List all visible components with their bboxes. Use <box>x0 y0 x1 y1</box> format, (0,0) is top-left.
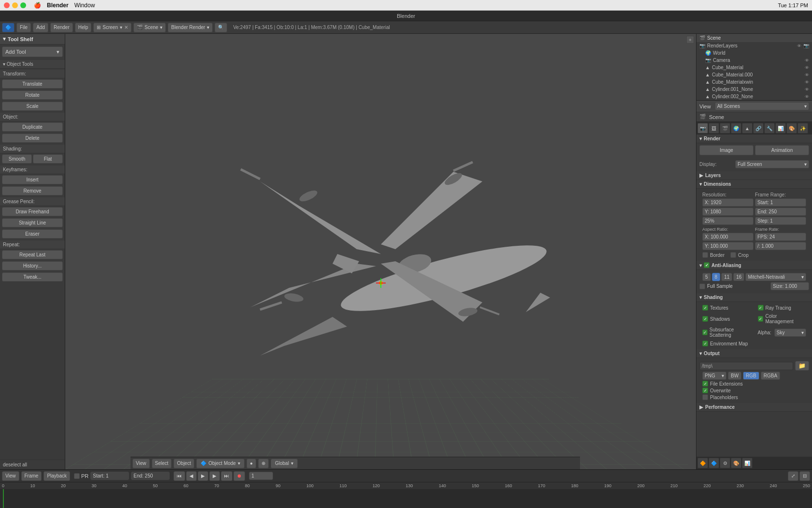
draw-freehand-btn[interactable]: Draw Freehand <box>2 207 63 216</box>
rgb-btn[interactable]: RGB <box>743 372 759 380</box>
flat-btn[interactable]: Flat <box>33 154 63 164</box>
duplicate-btn[interactable]: Duplicate <box>2 122 63 132</box>
history-btn[interactable]: History... <box>2 261 63 270</box>
blender-logo-btn[interactable]: 🔷 <box>2 23 14 32</box>
object-mode-dropdown[interactable]: 🔷 Object Mode ▾ <box>196 459 245 468</box>
alpha-dropdown[interactable]: Sky ▾ <box>774 329 806 337</box>
select-menu-btn[interactable]: Select <box>152 459 172 468</box>
close-layout-icon[interactable]: ✕ <box>124 25 128 30</box>
eye-icon5[interactable]: 👁 <box>805 80 809 85</box>
aa-8-btn[interactable]: 8 <box>712 273 721 281</box>
record-btn[interactable]: ⏺ <box>233 471 245 481</box>
current-frame-field[interactable]: 1 <box>249 472 273 480</box>
bottom-icon-1[interactable]: 🔶 <box>697 458 708 468</box>
straight-line-btn[interactable]: Straight Line <box>2 218 63 227</box>
outliner-cylinder2[interactable]: ▲ Cylinder.002_None 👁 <box>702 93 812 100</box>
percent-field[interactable]: 25% <box>702 217 754 225</box>
playback-btn[interactable]: Playback <box>44 471 70 481</box>
output-section-title[interactable]: ▾ Output <box>696 349 812 358</box>
aa-5-btn[interactable]: 5 <box>702 273 711 281</box>
start-frame-field2[interactable]: Start: 1 <box>90 472 129 480</box>
particle-props-icon[interactable]: ✨ <box>798 123 808 134</box>
bw-btn[interactable]: BW <box>728 372 741 380</box>
overwrite-checkbox[interactable]: ✓ <box>702 388 708 393</box>
res-y-field[interactable]: Y: 1080 <box>702 208 754 216</box>
bottom-icon-2[interactable]: 🔷 <box>709 458 719 468</box>
dimensions-section-title[interactable]: ▾ Dimensions <box>696 180 812 189</box>
eye-icon[interactable]: 👁 <box>797 44 801 48</box>
view-timeline-btn[interactable]: View <box>2 471 19 481</box>
props-view-label[interactable]: View <box>699 104 711 109</box>
animation-render-btn[interactable]: Animation <box>755 145 809 155</box>
remove-btn[interactable]: Remove <box>2 186 63 195</box>
fps-field[interactable]: FPS: 24 <box>755 233 806 241</box>
smooth-btn[interactable]: Smooth <box>2 154 32 164</box>
camera-props-icon[interactable]: 📷 <box>697 123 708 134</box>
bottom-icon-5[interactable]: 📊 <box>742 458 753 468</box>
viewport-corner-btn[interactable]: + <box>686 36 694 44</box>
display-dropdown[interactable]: Full Screen ▾ <box>735 160 809 168</box>
next-frame-btn[interactable]: ▶ <box>209 471 220 481</box>
outliner-camera[interactable]: 📷 Camera 👁 <box>702 57 812 64</box>
end-frame-field[interactable]: End: 250 <box>755 208 806 216</box>
rotate-btn[interactable]: Rotate <box>2 90 63 100</box>
shading-section-title[interactable]: ▾ Shading <box>696 293 812 302</box>
layers-section-title[interactable]: ▶ Layers <box>696 171 812 180</box>
all-scenes-dropdown[interactable]: All Scenes ▾ <box>715 102 809 110</box>
tweak-btn[interactable]: Tweak... <box>2 272 63 282</box>
color-mgmt-checkbox[interactable]: ✓ <box>758 316 764 322</box>
scene-dropdown[interactable]: 🎬 Scene ▾ <box>133 23 166 32</box>
prev-frame-btn[interactable]: ◀ <box>186 471 197 481</box>
render-menu[interactable]: Render <box>50 23 73 32</box>
jump-start-btn[interactable]: ⏮ <box>174 471 185 481</box>
eye-icon7[interactable]: 👁 <box>805 94 809 99</box>
repeat-last-btn[interactable]: Repeat Last <box>2 250 63 259</box>
render-section-title[interactable]: ▾ Render <box>696 134 812 143</box>
delete-btn[interactable]: Delete <box>2 134 63 143</box>
minimize-btn[interactable] <box>12 2 18 8</box>
collapse-icon2[interactable]: ▾ <box>3 61 5 67</box>
outliner-cube-material2[interactable]: ▲ Cube_Material.000 👁 <box>702 71 812 78</box>
view-menu-btn[interactable]: View <box>132 459 150 468</box>
data-props-icon[interactable]: 📊 <box>775 123 786 134</box>
blender-menu[interactable]: Blender <box>47 2 69 9</box>
outliner-renderlayers[interactable]: 📷 RenderLayers 👁 📷 <box>696 42 812 49</box>
file-ext-checkbox[interactable]: ✓ <box>702 381 708 387</box>
frame-btn[interactable]: Frame <box>21 471 42 481</box>
scene-props-icon[interactable]: 🎬 <box>720 123 730 134</box>
browse-output-btn[interactable]: 📁 <box>795 361 809 371</box>
eraser-btn[interactable]: Eraser <box>2 229 63 239</box>
modifier-props-icon[interactable]: 🔧 <box>764 123 775 134</box>
format-dropdown[interactable]: PNG ▾ <box>702 372 726 380</box>
rgba-btn[interactable]: RGBA <box>761 372 780 380</box>
timeline-content[interactable]: 0 10 20 30 40 50 60 70 80 90 100 110 120… <box>0 482 812 508</box>
play-btn[interactable]: ▶ <box>198 471 208 481</box>
aa-size-field[interactable]: Size: 1.000 <box>770 282 809 290</box>
outliner-world[interactable]: 🌍 World <box>702 49 812 57</box>
aspect-y-field[interactable]: Y: 100.000 <box>702 242 754 250</box>
object-props-icon[interactable]: ▲ <box>742 123 753 134</box>
sss-checkbox[interactable]: ✓ <box>702 329 708 335</box>
aa-section-title[interactable]: ▾ ✓ Anti-Aliasing <box>696 261 812 270</box>
close-btn[interactable] <box>4 2 10 8</box>
collapse-icon[interactable]: ▾ <box>3 36 6 42</box>
translate-btn[interactable]: Translate <box>2 79 63 89</box>
maximize-btn[interactable] <box>20 2 26 8</box>
border-checkbox[interactable] <box>702 252 708 258</box>
file-menu[interactable]: File <box>16 23 31 32</box>
constraint-props-icon[interactable]: 🔗 <box>753 123 764 134</box>
res-x-field[interactable]: X: 1920 <box>702 198 754 207</box>
crop-checkbox[interactable] <box>730 252 736 258</box>
raytracing-checkbox[interactable]: ✓ <box>758 305 764 311</box>
transform-space-dropdown[interactable]: Global ▾ <box>271 459 298 468</box>
eye-icon2[interactable]: 👁 <box>805 58 809 63</box>
outliner-cylinder1[interactable]: ▲ Cylinder.001_None 👁 <box>702 86 812 93</box>
bottom-icon-3[interactable]: ⚙ <box>720 458 730 468</box>
apple-menu[interactable]: 🍎 <box>34 2 41 9</box>
eye-icon6[interactable]: 👁 <box>805 87 809 92</box>
outliner-cube-material[interactable]: ▲ Cube_Material 👁 <box>702 64 812 71</box>
start-frame-field[interactable]: Start: 1 <box>755 198 806 207</box>
aa-enable-checkbox[interactable]: ✓ <box>704 262 710 268</box>
window-menu[interactable]: Window <box>74 2 95 9</box>
eye-icon4[interactable]: 👁 <box>805 73 809 77</box>
